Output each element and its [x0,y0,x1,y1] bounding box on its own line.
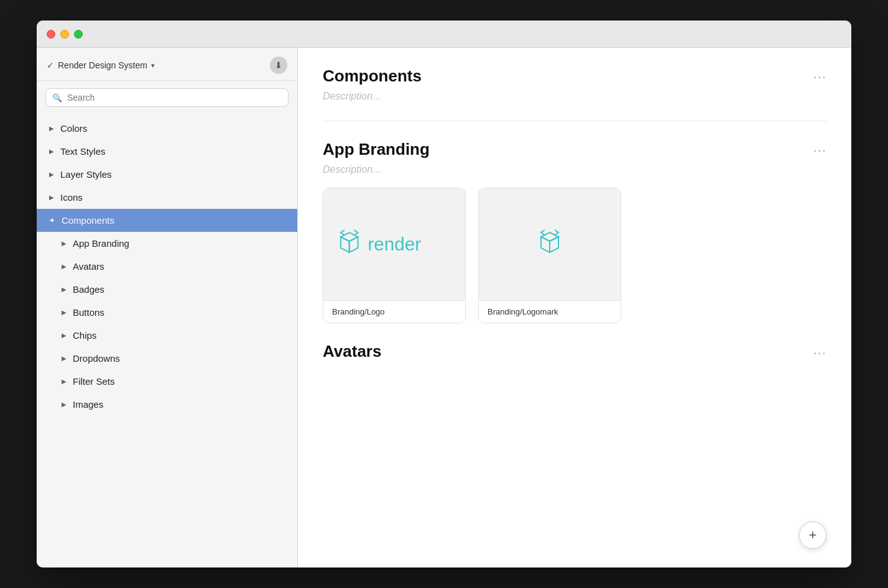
app-branding-more-options-button[interactable]: ··· [813,142,826,158]
render-logo-full-svg: render [336,226,453,263]
components-section: Components ··· Description... [323,67,826,102]
sidebar-subitem-label: Dropdowns [73,353,120,364]
content-area: Components ··· Description... App Brandi… [298,48,851,567]
card-preview-branding-logo: render [323,188,465,300]
title-bar [37,21,851,48]
chevron-right-icon: ▶ [62,240,67,247]
sidebar-subitem-app-branding[interactable]: ▶ App Branding [37,232,297,255]
nav-items: ▶ Colors ▶ Text Styles ▶ Layer Styles ▶ … [37,114,297,418]
sidebar-title: Render Design System [58,60,147,70]
sidebar-subitem-label: Images [73,399,103,410]
app-branding-section-title: App Branding [323,140,430,159]
checkmark-icon: ✓ [47,60,54,70]
sidebar-subitem-label: App Branding [73,238,129,249]
sidebar-item-label: Colors [60,123,87,134]
components-section-header: Components ··· [323,67,826,86]
sidebar-subitem-label: Badges [73,284,104,295]
components-more-options-button[interactable]: ··· [813,69,826,85]
svg-text:render: render [368,234,421,254]
app-branding-section: App Branding ··· Description... [323,140,826,323]
components-section-title: Components [323,67,422,86]
sidebar-item-icons[interactable]: ▶ Icons [37,186,297,209]
sidebar-subitem-avatars[interactable]: ▶ Avatars [37,255,297,278]
traffic-lights [47,30,83,39]
minimize-button[interactable] [60,30,69,39]
avatars-section-header: Avatars ··· [323,342,826,361]
sidebar-item-label: Layer Styles [60,169,112,180]
card-branding-logo[interactable]: render Branding/Logo [323,188,466,323]
sidebar-header: ✓ Render Design System ▾ ⬇ [37,48,297,81]
chevron-right-icon: ▶ [49,125,54,132]
chevron-right-icon: ▶ [49,171,54,178]
sidebar-subitem-badges[interactable]: ▶ Badges [37,278,297,301]
card-label-branding-logo: Branding/Logo [323,300,465,323]
avatars-section: Avatars ··· [323,342,826,361]
sidebar-subitem-buttons[interactable]: ▶ Buttons [37,301,297,324]
add-button[interactable]: + [799,521,826,549]
avatars-more-options-button[interactable]: ··· [813,345,826,361]
chevron-right-icon: ▶ [62,332,67,339]
sidebar-subitem-filter-sets[interactable]: ▶ Filter Sets [37,370,297,393]
sidebar-item-colors[interactable]: ▶ Colors [37,117,297,140]
chevron-right-icon: ▶ [62,378,67,385]
sidebar-item-label: Components [62,215,114,226]
sidebar-subitem-images[interactable]: ▶ Images [37,393,297,416]
search-input[interactable] [67,93,282,103]
download-icon: ⬇ [275,60,282,70]
download-button[interactable]: ⬇ [270,57,287,74]
card-preview-branding-logomark [479,188,621,300]
sidebar-subitem-dropdowns[interactable]: ▶ Dropdowns [37,347,297,370]
sidebar-item-text-styles[interactable]: ▶ Text Styles [37,140,297,163]
svg-marker-1 [341,237,349,252]
chevron-right-icon: ▶ [62,309,67,316]
svg-marker-7 [550,237,558,252]
app-branding-section-header: App Branding ··· [323,140,826,159]
sidebar-item-label: Icons [60,192,83,203]
chevron-right-icon: ▶ [62,401,67,408]
avatars-section-title: Avatars [323,342,381,361]
cards-grid: render Branding/Logo [323,188,826,323]
sidebar-subitem-label: Filter Sets [73,376,115,387]
sidebar-subitem-label: Chips [73,330,96,341]
chevron-down-icon: ▾ [151,62,155,70]
card-label-branding-logomark: Branding/Logomark [479,300,621,323]
chevron-right-icon: ▶ [62,286,67,293]
chevron-right-icon: ▶ [62,355,67,362]
sidebar-title-row: ✓ Render Design System ▾ [47,60,155,70]
main-content: ✓ Render Design System ▾ ⬇ 🔍 ▶ Colors [37,48,851,567]
plus-icon: + [809,527,817,543]
search-icon: 🔍 [52,93,62,103]
sidebar-item-label: Text Styles [60,146,106,157]
chevron-right-icon: ▶ [49,194,54,201]
components-description: Description... [323,91,826,102]
app-window: ✓ Render Design System ▾ ⬇ 🔍 ▶ Colors [37,21,851,567]
section-divider-1 [323,121,826,121]
app-branding-description: Description... [323,164,826,175]
sidebar-item-components[interactable]: ▼ Components [37,209,297,232]
sidebar: ✓ Render Design System ▾ ⬇ 🔍 ▶ Colors [37,48,298,567]
chevron-right-icon: ▶ [49,148,54,155]
chevron-right-icon: ▶ [62,263,67,270]
svg-marker-6 [541,237,550,252]
chevron-down-icon: ▼ [49,218,55,224]
card-branding-logomark[interactable]: Branding/Logomark [478,188,621,323]
sidebar-item-layer-styles[interactable]: ▶ Layer Styles [37,163,297,186]
close-button[interactable] [47,30,55,39]
svg-marker-2 [349,237,358,252]
sidebar-subitem-label: Avatars [73,261,104,272]
render-logomark-svg [525,226,575,263]
maximize-button[interactable] [74,30,83,39]
sidebar-subitem-chips[interactable]: ▶ Chips [37,324,297,347]
search-box[interactable]: 🔍 [45,88,289,107]
sidebar-subitem-label: Buttons [73,307,104,318]
